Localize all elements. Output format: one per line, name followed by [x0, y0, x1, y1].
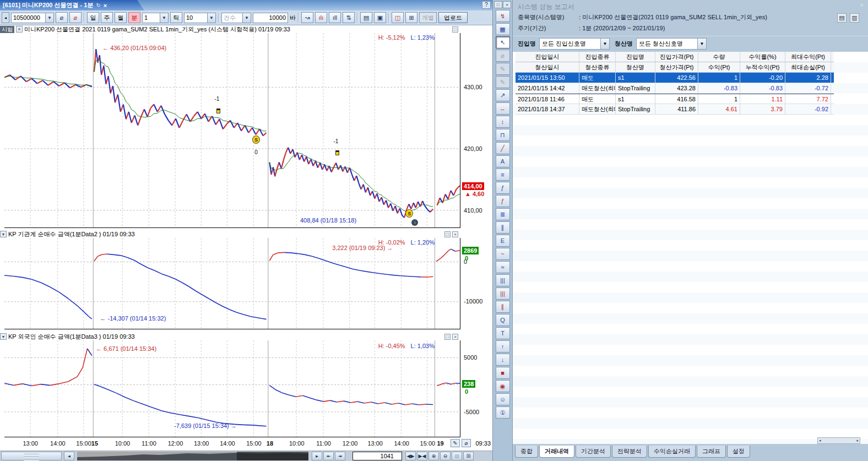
- report-tab-6[interactable]: 그래프: [697, 446, 726, 458]
- vertical-segment-icon[interactable]: ↕: [496, 116, 510, 128]
- entry-filter-label: 진입명: [518, 40, 536, 48]
- elliott-wave-icon[interactable]: Ε: [496, 235, 510, 247]
- text-tool-icon[interactable]: A: [496, 155, 510, 167]
- pane-restore-icon[interactable]: □: [444, 334, 451, 340]
- report-close-icon[interactable]: ×: [860, 2, 864, 8]
- report-tab-4[interactable]: 전략분석: [612, 446, 647, 458]
- report-tab-3[interactable]: 기간분석: [576, 446, 611, 458]
- grid-layout-icon[interactable]: ▦: [496, 23, 510, 35]
- trendline-chart-icon[interactable]: ↗: [496, 89, 510, 101]
- pane-restore-icon[interactable]: □: [444, 231, 451, 237]
- info-icon[interactable]: ①: [496, 406, 510, 419]
- hatch-icon[interactable]: ∥: [496, 301, 510, 313]
- volume-icon[interactable]: ıll: [329, 12, 341, 23]
- wave-icon[interactable]: ≈: [496, 261, 510, 273]
- zoom-out-button[interactable]: ⊖: [440, 452, 451, 460]
- tick-value-select[interactable]: 10▼: [184, 13, 216, 23]
- arrow-down-icon[interactable]: ↓: [496, 354, 510, 366]
- pane-dropdown-icon[interactable]: ▼: [0, 333, 7, 340]
- chart-window-tab[interactable]: [6101] 미니KP200 선물연결 - 1분 ↻ ×: [0, 0, 144, 10]
- institutional-net-buy-chart[interactable]: H: -0,02%L: 1,20% 3,222 (01/19 09:23) →←…: [4, 238, 460, 329]
- period-minute-button[interactable]: 분: [128, 12, 140, 23]
- chart-style-icon[interactable]: ↝: [301, 12, 313, 23]
- help-button[interactable]: ?: [482, 1, 491, 9]
- new-window-icon[interactable]: ▤: [360, 12, 372, 23]
- pane-dropdown-icon[interactable]: ▼: [0, 231, 7, 237]
- account-select[interactable]: 10500000▼: [11, 13, 54, 23]
- multi-line-icon[interactable]: ≣: [496, 208, 510, 220]
- tick-button[interactable]: 틱: [170, 12, 182, 23]
- pane-close-icon[interactable]: ×: [452, 231, 458, 237]
- upload-button[interactable]: 업로드: [438, 12, 468, 23]
- search-icon[interactable]: ⌀: [56, 12, 68, 23]
- arrow-up-icon[interactable]: ↑: [496, 340, 510, 352]
- report-tab-7[interactable]: 설정: [727, 446, 750, 458]
- zoom-in-button[interactable]: ⊕: [428, 452, 439, 460]
- trade-row[interactable]: 2021/01/15 13:50매도s1422.561-0.202.28: [516, 73, 834, 83]
- report-tab-2[interactable]: 거래내역: [539, 446, 574, 458]
- pane-maximize-icon[interactable]: □: [452, 26, 458, 32]
- chart-scrollbar[interactable]: ◂ 1041 ▸↞↠◀▶▶◀⊕⊖▨☒: [0, 451, 492, 461]
- tab-close-icon[interactable]: ×: [104, 2, 107, 9]
- trade-row[interactable]: 2021/01/18 11:46매도s1416.5811.117.72: [516, 94, 834, 104]
- restore-window-button[interactable]: □: [494, 1, 502, 8]
- minimap-visible-range[interactable]: [237, 452, 308, 460]
- sort-updown-icon[interactable]: ⇅: [343, 12, 355, 23]
- print-report-icon[interactable]: ▥: [850, 13, 859, 23]
- horizontal-segment-icon[interactable]: ↔: [496, 102, 510, 115]
- bars-icon[interactable]: |||: [496, 274, 510, 286]
- scrollbar-thumb[interactable]: [1, 452, 62, 460]
- price-chart[interactable]: H: -5,12%L: 1,23% ← 436,20 (01/15 09:04)…: [4, 33, 460, 228]
- indicator-icon[interactable]: ılı: [315, 12, 327, 23]
- expand-button[interactable]: ◀▶: [405, 452, 416, 460]
- horizontal-lines-icon[interactable]: ≡: [496, 169, 510, 181]
- report-tab-5[interactable]: 수익손실거래: [648, 446, 696, 458]
- report-tab-1[interactable]: 종합: [515, 446, 538, 458]
- diagonal-line-icon[interactable]: ╱: [496, 142, 510, 154]
- tab-refresh-icon[interactable]: ↻: [96, 2, 100, 8]
- pane-close-icon[interactable]: ×: [452, 334, 458, 340]
- zoom-tool-icon[interactable]: ⌀: [462, 439, 471, 447]
- scroll-left-button[interactable]: ◂: [2, 12, 9, 23]
- entry-filter-select[interactable]: 모든 진입신호명▼: [539, 38, 610, 50]
- collapse-button[interactable]: ▶◀: [417, 452, 427, 460]
- close-window-button[interactable]: ×: [503, 1, 511, 8]
- stop-icon[interactable]: ■: [496, 367, 510, 379]
- smiley-icon[interactable]: ☺: [496, 393, 510, 405]
- period-month-button[interactable]: 월: [115, 12, 127, 23]
- play-button[interactable]: ▸: [312, 452, 322, 460]
- channel-icon[interactable]: ⊓: [496, 129, 510, 141]
- bar-count-input[interactable]: 10000: [253, 13, 288, 23]
- fast-forward-button[interactable]: ↠: [335, 452, 345, 460]
- refresh-icon[interactable]: ↯: [496, 10, 510, 22]
- record-icon[interactable]: ◉: [496, 380, 510, 392]
- minute-value-select[interactable]: 1▼: [142, 13, 169, 23]
- trade-row[interactable]: 2021/01/18 14:37매도청산(최대StopTrailing411.8…: [516, 104, 834, 115]
- grid-chart-icon[interactable]: ⊞: [405, 12, 417, 23]
- foreigner-net-buy-chart[interactable]: H: -0,45%L: 1,03% ← 6,671 (01/14 15:34)-…: [4, 340, 460, 437]
- parallel-lines-icon[interactable]: ∥: [496, 221, 510, 234]
- trade-row[interactable]: 2021/01/15 14:42매도청산(최대StopTrailing423.2…: [516, 83, 834, 94]
- period-week-button[interactable]: 주: [101, 12, 113, 23]
- cursor-icon[interactable]: ↖: [496, 36, 510, 48]
- chart-minimap[interactable]: [77, 452, 308, 460]
- bar-counter[interactable]: 1041: [352, 452, 402, 460]
- draw-tool-icon[interactable]: ✎: [451, 439, 460, 447]
- period-day-button[interactable]: 일: [87, 12, 99, 23]
- split-chart-icon[interactable]: ◫: [392, 12, 404, 23]
- curve-icon[interactable]: ~: [496, 248, 510, 260]
- table-hscrollbar[interactable]: ◂▸: [817, 437, 860, 444]
- fibonacci-fan-icon[interactable]: ƒ: [496, 195, 510, 207]
- quote-icon[interactable]: Q: [496, 314, 510, 326]
- bars-red-icon[interactable]: |||: [496, 288, 510, 300]
- search-reset-icon[interactable]: ⌀: [69, 12, 82, 23]
- capture-icon[interactable]: ▣: [374, 12, 386, 23]
- label-icon[interactable]: T: [496, 327, 510, 339]
- exit-filter-select[interactable]: 모든 청산신호명▼: [636, 38, 707, 50]
- save-report-icon[interactable]: ▤: [837, 13, 847, 23]
- fibonacci-icon[interactable]: ƒ: [496, 182, 510, 194]
- tag-close-icon[interactable]: ×: [16, 26, 23, 32]
- close-scroll-button[interactable]: ☒: [463, 452, 474, 460]
- scroll-left-icon[interactable]: ◂: [64, 452, 74, 460]
- fast-back-button[interactable]: ↞: [323, 452, 334, 460]
